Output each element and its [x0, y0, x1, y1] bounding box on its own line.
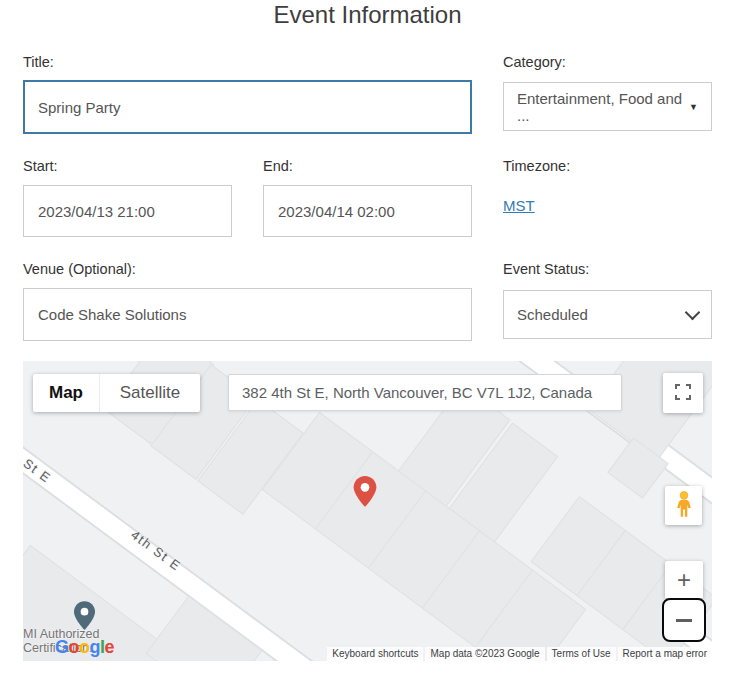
caret-down-icon: ▼: [689, 102, 698, 112]
event-status-select[interactable]: Scheduled: [503, 290, 712, 339]
map-canvas[interactable]: 4th St E 4th St E MI Authorized Certific…: [23, 361, 712, 661]
street-label: 4th St E: [23, 439, 54, 486]
category-label: Category:: [503, 54, 566, 70]
fullscreen-button[interactable]: [663, 373, 703, 413]
map-footer: Keyboard shortcuts Map data ©2023 Google…: [327, 647, 712, 661]
map-attribution: Map data ©2023 Google: [425, 647, 544, 661]
start-label: Start:: [23, 158, 58, 174]
end-label: End:: [263, 158, 293, 174]
location-marker-icon: [352, 476, 378, 511]
venue-input[interactable]: [23, 288, 472, 341]
terms-link[interactable]: Terms of Use: [547, 647, 616, 661]
google-logo[interactable]: Google: [55, 637, 114, 658]
timezone-link[interactable]: MST: [503, 197, 535, 214]
venue-label: Venue (Optional):: [23, 261, 136, 277]
timezone-label: Timezone:: [503, 158, 570, 174]
category-dropdown[interactable]: Entertainment, Food and ... ▼: [503, 82, 712, 131]
zoom-in-button[interactable]: +: [665, 561, 703, 598]
chevron-down-icon: [685, 305, 701, 321]
event-status-value: Scheduled: [517, 306, 588, 323]
report-error-link[interactable]: Report a map error: [618, 647, 712, 661]
category-value: Entertainment, Food and ...: [517, 90, 689, 124]
zoom-out-button[interactable]: [662, 598, 706, 642]
minus-icon: [676, 619, 692, 622]
start-input[interactable]: [23, 185, 232, 237]
pegman-icon: [673, 489, 695, 522]
map-search-input[interactable]: [228, 374, 622, 411]
event-status-label: Event Status:: [503, 261, 589, 277]
pegman-button[interactable]: [665, 486, 702, 525]
keyboard-shortcuts-button[interactable]: Keyboard shortcuts: [327, 647, 423, 661]
map-type-control: Map Satellite: [33, 374, 200, 412]
map-tab[interactable]: Map: [33, 374, 99, 412]
satellite-tab[interactable]: Satellite: [99, 374, 200, 412]
poi-pin-icon[interactable]: [73, 601, 96, 634]
title-input[interactable]: [23, 80, 472, 134]
end-input[interactable]: [263, 185, 472, 237]
page-title: Event Information: [0, 1, 735, 29]
fullscreen-icon: [675, 384, 691, 403]
title-label: Title:: [23, 54, 54, 70]
